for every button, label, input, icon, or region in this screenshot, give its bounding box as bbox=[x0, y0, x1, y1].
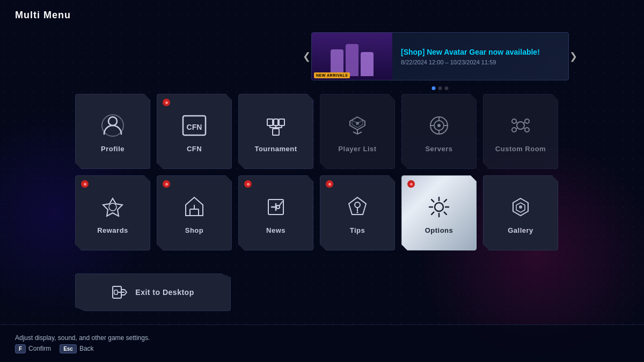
profile-label: Profile bbox=[101, 145, 125, 153]
banner-dots bbox=[432, 86, 449, 90]
svg-point-30 bbox=[109, 203, 116, 211]
confirm-label: Confirm bbox=[28, 345, 51, 352]
banner-img-label: NEW ARRIVALS bbox=[314, 72, 350, 78]
servers-icon bbox=[424, 110, 454, 141]
menu-item-profile[interactable]: Profile bbox=[75, 94, 150, 169]
cfn-notification bbox=[163, 99, 170, 106]
svg-rect-31 bbox=[190, 209, 199, 216]
bottom-controls: F Confirm Esc Back bbox=[15, 344, 629, 353]
svg-rect-6 bbox=[274, 119, 278, 125]
player-list-label: Player List bbox=[338, 145, 376, 153]
options-label: Options bbox=[425, 226, 453, 234]
svg-point-22 bbox=[525, 119, 529, 123]
banner-next-button[interactable]: ❯ bbox=[569, 50, 577, 62]
svg-point-33 bbox=[276, 205, 280, 209]
cfn-label: CFN bbox=[187, 145, 202, 153]
banner-text: [Shop] New Avatar Gear now available! 8/… bbox=[392, 41, 568, 72]
gallery-icon bbox=[506, 192, 536, 222]
back-label: Back bbox=[79, 345, 94, 352]
banner-dot-3[interactable] bbox=[445, 86, 449, 90]
svg-point-37 bbox=[357, 211, 358, 213]
banner-image: NEW ARRIVALS bbox=[312, 32, 392, 80]
banner-area: ❮ NEW ARRIVALS [Shop] New Avatar Gear no… bbox=[311, 32, 569, 80]
svg-point-20 bbox=[517, 122, 524, 129]
menu-item-cfn[interactable]: CFN CFN bbox=[157, 94, 232, 169]
menu-item-tournament[interactable]: Tournament bbox=[238, 94, 313, 169]
svg-point-15 bbox=[437, 124, 441, 127]
rewards-label: Rewards bbox=[97, 226, 128, 234]
rewards-notification bbox=[81, 180, 89, 188]
svg-point-23 bbox=[512, 128, 516, 132]
bottom-description: Adjust display, sound, and other game se… bbox=[15, 334, 629, 342]
tournament-icon bbox=[261, 110, 291, 141]
gallery-label: Gallery bbox=[508, 226, 533, 234]
svg-rect-4 bbox=[273, 129, 279, 135]
page-title: Multi Menu bbox=[15, 10, 71, 21]
banner-dot-1[interactable] bbox=[432, 86, 436, 90]
svg-rect-5 bbox=[267, 119, 273, 125]
custom-room-label: Custom Room bbox=[495, 145, 546, 153]
svg-point-39 bbox=[519, 205, 522, 209]
options-icon bbox=[424, 192, 454, 222]
banner-title: [Shop] New Avatar Gear now available! bbox=[401, 48, 560, 56]
svg-point-35 bbox=[355, 202, 360, 208]
menu-item-shop[interactable]: Shop bbox=[157, 175, 232, 250]
options-notification bbox=[407, 180, 415, 188]
control-back: Esc Back bbox=[60, 344, 93, 353]
menu-item-custom-room[interactable]: Custom Room bbox=[483, 94, 558, 169]
menu-item-servers[interactable]: Servers bbox=[401, 94, 477, 169]
menu-grid: Profile CFN CFN bbox=[75, 94, 558, 250]
player-list-icon bbox=[342, 110, 372, 141]
profile-icon bbox=[98, 110, 128, 141]
tournament-label: Tournament bbox=[254, 145, 297, 153]
menu-item-news[interactable]: News bbox=[238, 175, 313, 250]
custom-room-icon bbox=[506, 110, 536, 141]
confirm-key: F bbox=[15, 344, 26, 353]
tips-icon bbox=[342, 192, 372, 222]
svg-point-12 bbox=[356, 122, 359, 125]
shop-label: Shop bbox=[185, 226, 204, 234]
tips-label: Tips bbox=[350, 226, 365, 234]
tips-notification bbox=[326, 180, 333, 188]
banner-date: 8/22/2024 12:00 – 10/23/2024 11:59 bbox=[401, 59, 560, 65]
back-key: Esc bbox=[60, 344, 77, 353]
bottom-bar: Adjust display, sound, and other game se… bbox=[0, 324, 644, 362]
shop-icon bbox=[179, 192, 209, 222]
rewards-icon bbox=[98, 192, 128, 222]
news-icon bbox=[261, 192, 291, 222]
news-notification bbox=[244, 180, 252, 188]
svg-point-24 bbox=[525, 128, 529, 132]
menu-item-options[interactable]: Options bbox=[401, 175, 477, 250]
svg-text:CFN: CFN bbox=[187, 123, 202, 131]
banner-dot-2[interactable] bbox=[438, 86, 442, 90]
svg-marker-29 bbox=[103, 198, 122, 216]
svg-point-0 bbox=[108, 117, 117, 125]
menu-item-tips[interactable]: Tips bbox=[320, 175, 395, 250]
svg-rect-42 bbox=[114, 290, 118, 294]
svg-rect-7 bbox=[279, 119, 284, 125]
main-container: Multi Menu ❮ NEW ARRIVALS [Shop] New Ava… bbox=[0, 0, 644, 362]
menu-item-rewards[interactable]: Rewards bbox=[75, 175, 150, 250]
svg-point-21 bbox=[512, 119, 516, 123]
exit-label: Exit to Desktop bbox=[135, 288, 194, 297]
menu-item-player-list[interactable]: Player List bbox=[320, 94, 395, 169]
control-confirm: F Confirm bbox=[15, 344, 51, 353]
news-label: News bbox=[266, 226, 286, 234]
menu-item-gallery[interactable]: Gallery bbox=[483, 175, 558, 250]
exit-desktop-button[interactable]: Exit to Desktop bbox=[75, 274, 231, 311]
shop-notification bbox=[163, 180, 170, 188]
servers-label: Servers bbox=[425, 145, 452, 153]
banner-prev-button[interactable]: ❮ bbox=[303, 50, 311, 62]
exit-icon bbox=[112, 284, 128, 300]
cfn-icon: CFN bbox=[179, 110, 209, 141]
banner-content: NEW ARRIVALS [Shop] New Avatar Gear now … bbox=[311, 32, 569, 80]
